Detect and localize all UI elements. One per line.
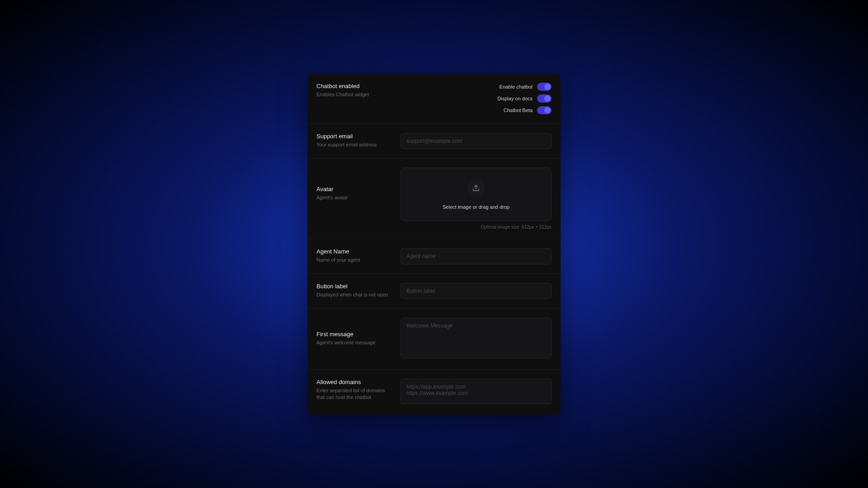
display-on-docs-label: Display on docs xyxy=(497,96,533,101)
allowed-domains-input-area xyxy=(401,379,552,406)
support-email-title: Support email xyxy=(316,133,393,140)
agent-name-label-group: Agent Name Name of your agent xyxy=(316,248,393,263)
allowed-domains-section: Allowed domains Enter separated list of … xyxy=(307,370,561,415)
button-label-label-group: Button label Displayed when chat is not … xyxy=(316,283,393,298)
chatbot-enabled-label-group: Chatbot enabled Enables Chatbot widget xyxy=(316,83,393,98)
enable-chatbot-label: Enable chatbot xyxy=(500,84,533,89)
support-email-desc: Your support email address xyxy=(316,141,393,148)
support-email-label-group: Support email Your support email address xyxy=(316,133,393,148)
display-on-docs-row: Display on docs xyxy=(497,94,552,103)
avatar-section: Avatar Agent's avatar Select image or dr… xyxy=(307,159,561,239)
first-message-label-group: First message Agent's welcome message xyxy=(316,331,393,346)
settings-panel: Chatbot enabled Enables Chatbot widget E… xyxy=(307,74,561,415)
enable-chatbot-row: Enable chatbot xyxy=(500,83,552,91)
chatbot-beta-row: Chatbot Beta xyxy=(504,106,552,114)
allowed-domains-label-group: Allowed domains Enter separated list of … xyxy=(316,379,393,401)
chatbot-enabled-desc: Enables Chatbot widget xyxy=(316,91,393,98)
support-email-section: Support email Your support email address xyxy=(307,124,561,159)
agent-name-title: Agent Name xyxy=(316,248,393,255)
upload-icon-circle xyxy=(467,179,485,197)
button-label-section: Button label Displayed when chat is not … xyxy=(307,274,561,309)
avatar-label-group: Avatar Agent's avatar xyxy=(316,168,393,201)
avatar-desc: Agent's avatar xyxy=(316,194,393,201)
avatar-hint: Optimal image size: 512px × 512px xyxy=(401,225,552,230)
first-message-input[interactable] xyxy=(401,318,552,358)
agent-name-section: Agent Name Name of your agent xyxy=(307,239,561,274)
support-email-input-area xyxy=(401,133,552,149)
agent-name-input[interactable] xyxy=(401,248,552,264)
button-label-input-area xyxy=(401,283,552,299)
button-label-title: Button label xyxy=(316,283,393,290)
first-message-section: First message Agent's welcome message xyxy=(307,309,561,370)
avatar-input-area: Select image or drag and drop Optimal im… xyxy=(401,168,552,230)
avatar-upload-text: Select image or drag and drop xyxy=(443,204,509,210)
allowed-domains-title: Allowed domains xyxy=(316,379,393,385)
chatbot-enabled-section: Chatbot enabled Enables Chatbot widget E… xyxy=(307,74,561,124)
avatar-title: Avatar xyxy=(316,186,393,192)
display-on-docs-toggle[interactable] xyxy=(537,94,552,103)
allowed-domains-desc: Enter separated list of domains that can… xyxy=(316,387,393,401)
toggle-group: Enable chatbot Display on docs Chatbot B… xyxy=(497,83,552,114)
button-label-desc: Displayed when chat is not open xyxy=(316,291,393,298)
agent-name-desc: Name of your agent xyxy=(316,257,393,263)
first-message-input-area xyxy=(401,318,552,360)
chatbot-beta-label: Chatbot Beta xyxy=(504,108,533,113)
chatbot-beta-toggle[interactable] xyxy=(537,106,552,114)
upload-icon xyxy=(472,184,480,192)
first-message-title: First message xyxy=(316,331,393,338)
enable-chatbot-toggle[interactable] xyxy=(537,83,552,91)
allowed-domains-input[interactable] xyxy=(401,379,552,404)
first-message-desc: Agent's welcome message xyxy=(316,339,393,346)
chatbot-enabled-title: Chatbot enabled xyxy=(316,83,393,89)
support-email-input[interactable] xyxy=(401,133,552,149)
avatar-upload-zone[interactable]: Select image or drag and drop xyxy=(401,168,552,221)
agent-name-input-area xyxy=(401,248,552,264)
button-label-input[interactable] xyxy=(401,283,552,299)
